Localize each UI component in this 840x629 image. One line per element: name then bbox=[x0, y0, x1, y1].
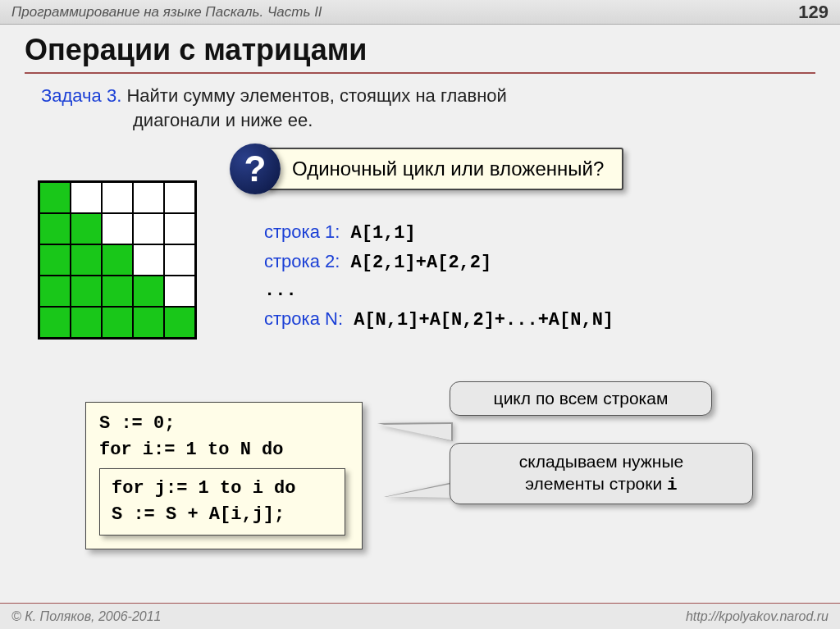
matrix-cell bbox=[39, 244, 71, 276]
matrix-cell bbox=[39, 213, 71, 244]
matrix-cell bbox=[164, 307, 195, 338]
callout-1: цикл по всем строкам bbox=[450, 381, 712, 416]
matrix-cell bbox=[133, 213, 164, 244]
row2-code: A[2,1]+A[2,2] bbox=[340, 253, 491, 273]
rown-label: строка N: bbox=[264, 308, 343, 329]
question-mark-icon: ? bbox=[230, 144, 281, 194]
row2-label: строка 2: bbox=[264, 251, 340, 271]
footer-url: http://kpolyakov.narod.ru bbox=[686, 609, 829, 624]
matrix-cell bbox=[102, 276, 133, 307]
matrix-cell bbox=[102, 182, 133, 213]
matrix-cell bbox=[164, 213, 195, 244]
page-number: 129 bbox=[798, 2, 829, 23]
matrix-cell bbox=[133, 276, 164, 307]
matrix-cell bbox=[71, 276, 102, 307]
code-block-inner: for j:= 1 to i do S := S + A[i,j]; bbox=[99, 468, 345, 536]
matrix-cell bbox=[71, 307, 102, 338]
matrix-cell bbox=[71, 213, 102, 244]
slide-header: Программирование на языке Паскаль. Часть… bbox=[0, 0, 840, 25]
matrix-cell bbox=[133, 244, 164, 276]
row-formulas: строка 1: A[1,1] строка 2: A[2,1]+A[2,2]… bbox=[264, 218, 614, 335]
question-callout: ? Одиночный цикл или вложенный? bbox=[230, 144, 840, 194]
matrix-cell bbox=[164, 244, 195, 276]
row1-label: строка 1: bbox=[264, 221, 340, 242]
callout-2-var: i bbox=[667, 476, 678, 495]
slide-title: Операции с матрицами bbox=[0, 25, 840, 72]
matrix-cell bbox=[164, 182, 195, 213]
matrix-cell bbox=[133, 307, 164, 338]
callout-2-line2: элементы строки bbox=[525, 474, 667, 493]
row-dots: ... bbox=[264, 277, 614, 305]
code-line-1: S := 0; bbox=[99, 411, 349, 437]
callout-2: складываем нужные элементы строки i bbox=[450, 443, 753, 504]
task-label: Задача 3. bbox=[41, 85, 121, 106]
matrix-cell bbox=[71, 182, 102, 213]
matrix-diagram bbox=[38, 180, 197, 340]
matrix-cell bbox=[133, 182, 164, 213]
task-line1: Найти сумму элементов, стоящих на главно… bbox=[121, 85, 507, 106]
matrix-cell bbox=[39, 307, 71, 338]
slide-footer: © К. Поляков, 2006-2011 http://kpolyakov… bbox=[0, 603, 840, 629]
task-text: Задача 3. Найти сумму элементов, стоящих… bbox=[0, 84, 840, 132]
task-line2: диагонали и ниже ее. bbox=[41, 108, 799, 133]
callout-2-line1: складываем нужные bbox=[519, 452, 684, 471]
matrix-cell bbox=[164, 276, 195, 307]
callout-pointer-1 bbox=[377, 422, 453, 441]
code-line-2: for i:= 1 to N do bbox=[99, 437, 349, 463]
matrix-cell bbox=[102, 244, 133, 276]
title-underline bbox=[25, 72, 815, 74]
matrix-cell bbox=[71, 244, 102, 276]
code-line-3: for j:= 1 to i do bbox=[112, 476, 333, 502]
callout-pointer-2 bbox=[384, 482, 453, 498]
question-text: Одиночный цикл или вложенный? bbox=[266, 148, 623, 190]
matrix-cell bbox=[39, 182, 71, 213]
row1-code: A[1,1] bbox=[340, 223, 415, 244]
subject-text: Программирование на языке Паскаль. Часть… bbox=[11, 4, 322, 21]
footer-copyright: © К. Поляков, 2006-2011 bbox=[11, 609, 161, 624]
matrix-cell bbox=[102, 213, 133, 244]
matrix-cell bbox=[102, 307, 133, 338]
rown-code: A[N,1]+A[N,2]+...+A[N,N] bbox=[343, 310, 614, 330]
code-block-outer: S := 0; for i:= 1 to N do for j:= 1 to i… bbox=[85, 402, 363, 549]
matrix-cell bbox=[39, 276, 71, 307]
code-line-4: S := S + A[i,j]; bbox=[112, 502, 333, 528]
